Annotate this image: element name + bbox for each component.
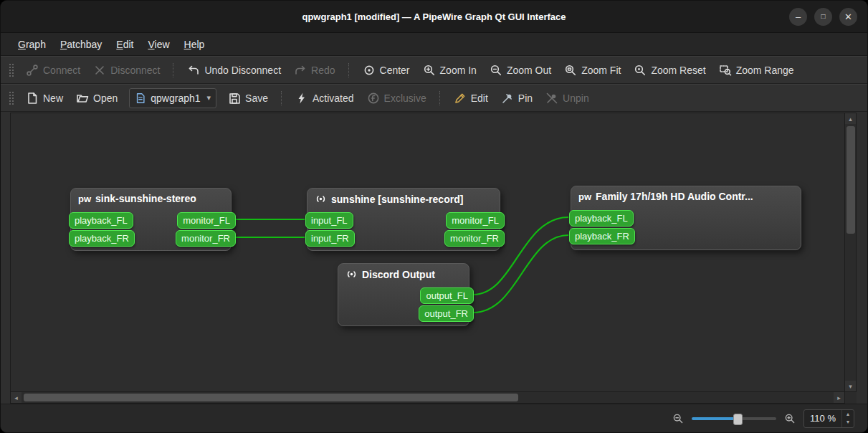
toolbar-drag-handle[interactable] [9, 91, 14, 105]
scroll-left-button[interactable]: ◂ [11, 392, 22, 403]
speaker-icon [315, 193, 327, 205]
unpin-button[interactable]: Unpin [539, 88, 596, 108]
zoom-fit-label: Zoom Fit [581, 65, 621, 76]
toolbar-separator [348, 63, 350, 77]
patchbay-file-icon [135, 92, 146, 104]
lightning-bolt-icon [295, 92, 308, 105]
graph-node-sink-sunshine-stereo[interactable]: pw sink-sunshine-stereo playback_FL play… [70, 188, 232, 251]
zoom-value: 110 % [804, 413, 841, 424]
zoom-slider-handle[interactable] [733, 414, 743, 425]
port-input[interactable]: playback_FR [69, 230, 135, 247]
window-controls: – □ ✕ [789, 1, 857, 32]
zoom-spinbox[interactable]: 110 % ▴ ▾ [803, 409, 854, 428]
port-input[interactable]: input_FL [305, 212, 353, 229]
minimize-button[interactable]: – [789, 8, 807, 26]
vertical-scrollbar[interactable]: ▴ ▾ [845, 113, 857, 392]
port-input[interactable]: playback_FL [69, 212, 133, 229]
node-title: sunshine [sunshine-record] [331, 194, 463, 205]
horizontal-scrollbar[interactable]: ◂ ▸ [10, 392, 845, 404]
horizontal-scrollbar-thumb[interactable] [24, 394, 518, 401]
edit-label: Edit [471, 92, 488, 104]
node-title: sink-sunshine-stereo [95, 193, 196, 204]
node-title: Family 17h/19h HD Audio Contr... [596, 191, 753, 202]
unpin-icon [545, 92, 558, 105]
menu-edit[interactable]: Edit [109, 33, 140, 55]
zoom-range-button[interactable]: Zoom Range [712, 60, 801, 80]
disconnect-label: Disconnect [110, 65, 160, 76]
menu-graph[interactable]: Graph [11, 33, 53, 55]
maximize-button[interactable]: □ [814, 8, 832, 26]
new-button[interactable]: New [19, 88, 70, 108]
zoom-reset-label: Zoom Reset [651, 65, 705, 76]
exclusive-icon [367, 92, 380, 105]
open-button[interactable]: Open [70, 88, 124, 108]
vertical-scrollbar-thumb[interactable] [846, 126, 855, 234]
scroll-right-button[interactable]: ▸ [834, 392, 844, 403]
edit-button[interactable]: Edit [447, 88, 495, 108]
zoom-out-label: Zoom Out [507, 65, 551, 76]
center-button[interactable]: Center [356, 60, 416, 80]
port-output[interactable]: monitor_FL [446, 212, 505, 229]
port-output[interactable]: output_FR [419, 305, 474, 322]
pin-label: Pin [518, 92, 533, 104]
close-button[interactable]: ✕ [839, 8, 857, 26]
port-output[interactable]: monitor_FR [444, 230, 505, 247]
graph-canvas[interactable]: pw sink-sunshine-stereo playback_FL play… [10, 113, 845, 392]
zoom-in-label: Zoom In [440, 65, 477, 76]
menu-help-label: Help [184, 39, 205, 50]
patchbay-profile-selector[interactable]: qpwgraph1 ▾ [129, 88, 216, 108]
graph-toolbar: Connect Disconnect Undo Disconnect Redo [1, 56, 867, 84]
pin-icon [501, 92, 514, 105]
menu-view[interactable]: View [140, 33, 176, 55]
disconnect-button[interactable]: Disconnect [87, 60, 166, 80]
zoom-in-small-icon[interactable] [784, 413, 796, 424]
zoom-in-button[interactable]: Zoom In [416, 60, 483, 80]
zoom-range-icon [719, 64, 732, 77]
spin-down-button[interactable]: ▾ [842, 418, 854, 426]
activated-toggle[interactable]: Activated [289, 88, 361, 108]
zoom-fit-button[interactable]: Zoom Fit [558, 60, 627, 80]
redo-button[interactable]: Redo [287, 60, 341, 80]
node-header[interactable]: pw Family 17h/19h HD Audio Contr... [571, 186, 801, 202]
scroll-down-button[interactable]: ▾ [845, 381, 856, 391]
graph-node-discord-output[interactable]: Discord Output output_FL output_FR [338, 263, 469, 326]
pin-button[interactable]: Pin [495, 88, 539, 108]
graph-node-family-hd-audio[interactable]: pw Family 17h/19h HD Audio Contr... play… [571, 186, 801, 250]
disconnect-icon [93, 64, 106, 77]
zoom-fit-icon [564, 64, 577, 77]
scroll-up-button[interactable]: ▴ [845, 113, 856, 124]
node-header[interactable]: Discord Output [338, 264, 469, 280]
connections-layer [11, 113, 844, 391]
menubar: Graph Patchbay Edit View Help [1, 33, 867, 56]
menu-patchbay[interactable]: Patchbay [53, 33, 109, 55]
menu-help[interactable]: Help [177, 33, 212, 55]
app-window: qpwgraph1 [modified] — A PipeWire Graph … [0, 0, 868, 433]
save-button[interactable]: Save [221, 88, 275, 108]
port-output[interactable]: monitor_FR [176, 230, 236, 247]
port-input[interactable]: playback_FL [569, 210, 634, 227]
profile-selector-value: qpwgraph1 [151, 92, 200, 104]
connect-button[interactable]: Connect [19, 60, 87, 80]
menu-graph-label: Graph [18, 39, 46, 50]
port-input[interactable]: input_FR [305, 230, 355, 247]
zoom-range-label: Zoom Range [736, 65, 794, 76]
zoom-reset-button[interactable]: Zoom Reset [627, 60, 712, 80]
graph-node-sunshine[interactable]: sunshine [sunshine-record] input_FL inpu… [307, 188, 500, 251]
zoom-out-small-icon[interactable] [672, 413, 684, 424]
port-output[interactable]: output_FL [420, 287, 474, 304]
connect-label: Connect [43, 65, 80, 76]
window-title: qpwgraph1 [modified] — A PipeWire Graph … [302, 11, 566, 22]
port-output[interactable]: monitor_FL [177, 212, 236, 229]
minimize-icon: – [796, 12, 801, 22]
zoom-slider[interactable] [692, 412, 776, 425]
center-label: Center [380, 65, 410, 76]
spin-up-button[interactable]: ▴ [842, 410, 854, 418]
exclusive-toggle[interactable]: Exclusive [361, 88, 433, 108]
toolbar-drag-handle[interactable] [9, 63, 14, 77]
titlebar[interactable]: qpwgraph1 [modified] — A PipeWire Graph … [1, 1, 867, 33]
node-header[interactable]: pw sink-sunshine-stereo [71, 189, 231, 204]
node-header[interactable]: sunshine [sunshine-record] [307, 189, 500, 205]
zoom-out-button[interactable]: Zoom Out [483, 60, 558, 80]
undo-disconnect-button[interactable]: Undo Disconnect [181, 60, 287, 80]
port-input[interactable]: playback_FR [569, 228, 635, 244]
